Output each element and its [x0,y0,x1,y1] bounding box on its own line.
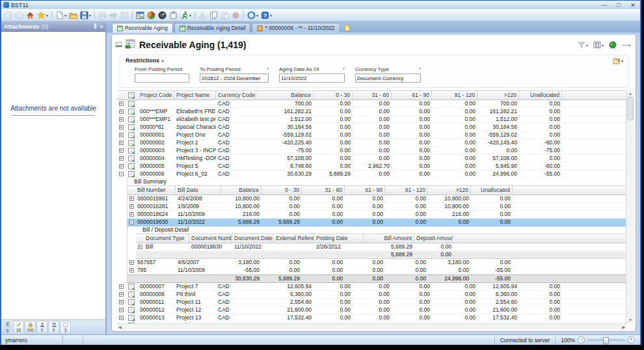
expand-icon[interactable]: + [136,243,144,250]
header-cell[interactable]: 61 - 90 [345,186,385,195]
schedule-button[interactable] [119,10,130,20]
expand-icon[interactable]: + [127,259,135,266]
restrictions-label[interactable]: Restrictions ▾ [126,57,623,64]
from-posting-period-input[interactable] [135,74,189,83]
favorites-button[interactable]: ▾ [36,10,49,20]
attachments-panel-header[interactable]: Attachments (0) ▾ [1,21,105,32]
status-indicator-icon[interactable] [609,41,617,49]
project-row[interactable]: +000***EMP1elizabeth test project...CAD1… [117,116,626,124]
new-tab-button[interactable] [342,23,353,33]
project-row[interactable]: +00000003Project 3 - INCPMCAD-75.000.000… [117,147,626,155]
run-button[interactable]: ▾ [179,10,193,20]
header-cell[interactable]: Balance [256,91,314,100]
record-button[interactable] [230,10,241,20]
expand-icon[interactable]: + [117,299,125,306]
cut-button[interactable] [197,10,208,20]
bill-summary-header-row[interactable]: Bill NumberBill DateBalance0 - 3031 - 60… [127,185,626,195]
header-cell[interactable]: >120 [428,186,471,195]
lock-counter-button[interactable]: 100 [25,321,36,334]
header-cell[interactable]: External Referen... [274,234,314,243]
help-button[interactable]: ?▾ [260,10,273,20]
expand-icon[interactable]: + [117,163,125,170]
collapse-panel-button[interactable]: —▾ [622,42,630,48]
zoom-in-button[interactable]: + [628,336,635,343]
header-cell[interactable]: Bill Date [176,186,221,195]
header-cell[interactable]: 31 - 60 [302,186,345,195]
expand-icon[interactable]: + [117,116,125,123]
header-cell[interactable]: Balance [221,186,262,195]
header-cell[interactable]: Unallocated [471,186,513,195]
currency-type-input[interactable] [355,74,421,83]
header-cell[interactable]: 61 - 90 [392,91,432,100]
expand-icon[interactable]: + [127,203,135,210]
box-counter-button[interactable]: 3 [60,321,71,334]
bill-row[interactable]: −000001963011/10/20225,689.295,689.290.0… [127,219,626,226]
scrollbar-thumb[interactable] [627,97,634,120]
send-button[interactable] [108,10,119,20]
expand-icon[interactable]: + [117,124,125,131]
expand-icon[interactable]: + [117,100,125,107]
project-row[interactable]: +00000001Project OneCAD-559,129.020.000.… [117,131,626,139]
tab-receivable-aging[interactable]: Receivable Aging [112,23,173,33]
project-row[interactable]: +00000004HMTesting -DON'TU...CAD57,108.0… [117,155,626,163]
project-row[interactable]: −00000006Project 6_02CAD30,630.295,689.2… [117,170,626,178]
zoom-slider[interactable] [587,339,625,341]
expand-icon[interactable]: + [117,155,125,162]
header-cell[interactable]: Bill Amount [364,234,414,243]
gauge-button[interactable] [157,10,168,20]
header-cell[interactable]: Project Code [138,91,174,100]
header-cell[interactable]: 0 - 30 [314,91,353,100]
expand-icon[interactable]: + [117,306,125,314]
expand-icon[interactable]: + [117,131,125,139]
expand-icon[interactable]: + [117,108,125,115]
new-document-button[interactable]: ▾ [54,10,68,20]
scroll-left-icon[interactable]: ◀ [118,325,122,329]
pencil-counter-button[interactable]: 16 [13,321,24,334]
forward-button[interactable] [14,10,25,20]
expand-icon[interactable]: + [117,139,125,146]
header-cell[interactable]: Bill Number [135,186,176,195]
person-counter-button[interactable]: 0 [36,321,47,334]
back-button[interactable] [3,10,14,20]
filter-button[interactable]: ▾ [578,41,588,49]
detail-header-row[interactable]: Document TypeDocument NumberDocument Dat… [136,234,626,243]
expand-icon[interactable]: + [117,283,125,290]
table-view-button[interactable] [135,10,146,20]
header-cell[interactable]: Deposit Amount [414,234,453,243]
scroll-right-icon[interactable]: ▶ [622,325,625,329]
collapse-icon[interactable]: − [117,170,125,178]
project-row[interactable]: +00000011Project 11CAD2,554.600.000.000.… [117,299,626,306]
columns-button[interactable]: ▾ [593,41,604,49]
print-button[interactable] [97,10,108,20]
expand-icon[interactable]: + [117,147,125,154]
header-cell[interactable]: >120 [477,91,519,100]
save-button[interactable]: ▾ [79,10,92,20]
project-row[interactable]: +CAD700.000.000.000.000.00700.000.00 [117,100,626,108]
bill-row[interactable]: +00000159614/24/200810,800.000.000.000.0… [127,195,626,203]
bill-row[interactable]: +5676574/6/20073,180.000.000.000.000.003… [127,259,626,267]
project-row[interactable]: +00000007Project 7CAD12,605.940.000.000.… [117,283,626,291]
refresh-button[interactable]: ▾ [246,10,260,20]
header-cell[interactable]: Document Date [232,234,274,243]
header-cell[interactable]: 91 - 120 [385,186,428,195]
tab-receivable-aging-detail[interactable]: Receivable Aging Detail [174,23,251,33]
minimize-button[interactable]: — [597,1,611,9]
header-cell[interactable]: Document Type [144,234,189,243]
header-cell[interactable]: 91 - 120 [432,91,477,100]
header-cell[interactable]: Project Name [174,91,216,100]
collapse-all-icon[interactable] [115,39,122,51]
maximize-button[interactable]: □ [611,1,626,9]
horizontal-scrollbar[interactable]: ◀▶ [117,323,626,330]
expand-icon[interactable]: + [117,314,125,321]
project-row[interactable]: +00000008P8 thirdCAD6,360.000.000.000.00… [117,291,626,299]
panel-menu-caret-icon[interactable]: ▾ [100,24,103,30]
project-row[interactable]: +00000002Project 2CAD-420,225.400.000.00… [117,139,626,147]
export-button[interactable]: ▾ [613,57,623,64]
detail-total-row[interactable]: 5,689.290.00 [136,251,626,259]
header-cell[interactable]: 31 - 60 [353,91,392,100]
copy-button[interactable] [208,10,219,20]
header-cell[interactable]: Posting Date [314,234,364,243]
open-button[interactable] [68,10,79,20]
home-button[interactable] [25,10,36,20]
to-posting-period-input[interactable] [200,74,269,83]
